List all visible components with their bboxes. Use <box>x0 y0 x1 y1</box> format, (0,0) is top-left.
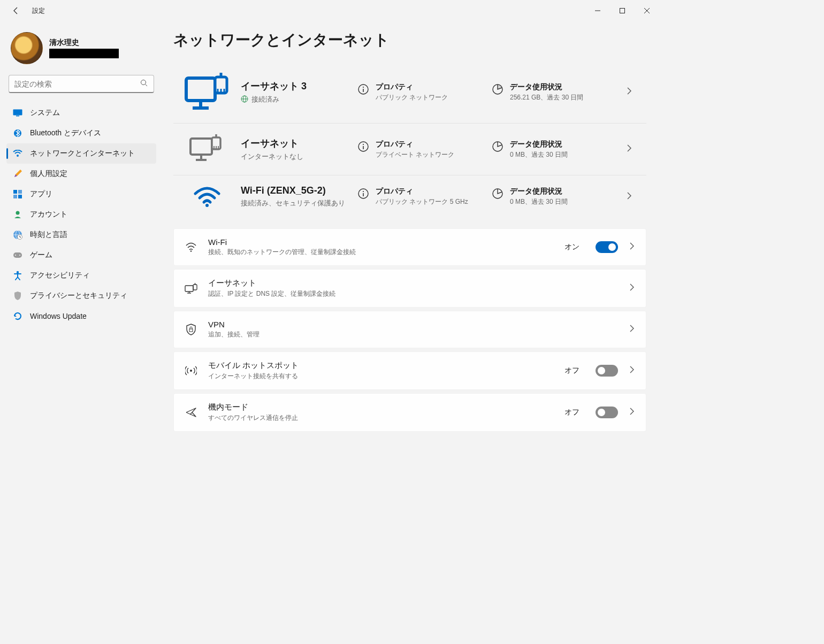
display-icon <box>13 108 22 118</box>
chevron-right-icon <box>629 407 635 418</box>
chevron-right-icon <box>629 283 635 294</box>
card-sub: 追加、接続、管理 <box>208 330 618 339</box>
info-icon <box>357 141 369 152</box>
search-box[interactable] <box>9 75 154 93</box>
globe-icon <box>241 95 248 104</box>
airplane-toggle[interactable] <box>596 407 618 418</box>
data-usage-link[interactable]: データ使用状況 256.21 GB、過去 30 日間 <box>492 82 622 102</box>
data-usage-link[interactable]: データ使用状況 0 MB、過去 30 日間 <box>492 187 622 206</box>
accessibility-icon <box>13 271 22 280</box>
main-content: ネットワークとインターネット イーサネット 3 <box>161 21 659 516</box>
wifi-toggle[interactable] <box>596 241 618 253</box>
data-usage-title: データ使用状況 <box>510 140 568 149</box>
sidebar-item-label: Windows Update <box>30 312 87 320</box>
shield-icon <box>13 291 22 301</box>
svg-rect-54 <box>185 286 193 292</box>
sidebar-item-gaming[interactable]: ゲーム <box>6 245 156 265</box>
svg-rect-59 <box>189 329 193 332</box>
card-sub: インターネット接続を共有する <box>208 372 554 381</box>
data-usage-sub: 0 MB、過去 30 日間 <box>510 150 568 159</box>
avatar <box>11 32 43 64</box>
data-usage-sub: 256.21 GB、過去 30 日間 <box>510 93 583 102</box>
card-ethernet[interactable]: イーサネット 認証、IP 設定と DNS 設定、従量制課金接続 <box>173 269 646 308</box>
network-status-ethernet3[interactable]: イーサネット 3 接続済み プロパティ パブリック ネットワーク データ使用状況… <box>173 61 646 124</box>
sidebar-item-apps[interactable]: アプリ <box>6 184 156 204</box>
profile[interactable]: 清水理史 <box>6 28 156 68</box>
maximize-button[interactable] <box>610 0 635 21</box>
airplane-icon <box>185 407 197 418</box>
properties-link[interactable]: プロパティ パブリック ネットワーク <box>357 82 487 102</box>
sidebar-item-windows-update[interactable]: Windows Update <box>6 306 156 326</box>
info-icon <box>357 83 369 95</box>
data-usage-link[interactable]: データ使用状況 0 MB、過去 30 日間 <box>492 140 622 159</box>
properties-title: プロパティ <box>376 82 448 92</box>
svg-point-60 <box>190 370 192 372</box>
sidebar-item-time-language[interactable]: 時刻と言語 <box>6 225 156 245</box>
properties-title: プロパティ <box>376 187 468 196</box>
svg-rect-36 <box>190 139 212 155</box>
hotspot-toggle[interactable] <box>596 365 618 377</box>
search-input[interactable] <box>14 80 140 88</box>
properties-link[interactable]: プロパティ プライベート ネットワーク <box>357 140 487 159</box>
pie-icon <box>492 83 503 95</box>
sidebar-item-label: アクセシビリティ <box>30 271 90 280</box>
sidebar-item-label: 個人用設定 <box>30 169 67 179</box>
sidebar-item-label: システム <box>30 108 60 118</box>
sidebar-item-personalization[interactable]: 個人用設定 <box>6 164 156 184</box>
titlebar: 設定 <box>0 0 659 21</box>
sidebar-item-accessibility[interactable]: アクセシビリティ <box>6 265 156 286</box>
network-status-ethernet[interactable]: イーサネット インターネットなし プロパティ プライベート ネットワーク データ… <box>173 124 646 175</box>
network-status: 接続済み、セキュリティ保護あり <box>241 198 353 208</box>
svg-line-3 <box>146 84 148 86</box>
network-status: インターネットなし <box>241 152 353 162</box>
sidebar-item-label: プライバシーとセキュリティ <box>30 291 127 301</box>
back-button[interactable] <box>11 5 21 16</box>
properties-sub: パブリック ネットワーク 5 GHz <box>376 197 468 206</box>
search-icon <box>140 79 148 89</box>
chevron-right-icon <box>629 365 635 376</box>
toggle-state-label: オフ <box>564 408 579 417</box>
wifi-connected-icon <box>178 186 236 208</box>
card-vpn[interactable]: VPN 追加、接続、管理 <box>173 311 646 348</box>
sidebar-item-label: ネットワークとインターネット <box>30 149 135 158</box>
card-airplane[interactable]: 機内モード すべてのワイヤレス通信を停止 オフ <box>173 393 646 432</box>
svg-rect-21 <box>186 78 215 101</box>
svg-point-12 <box>16 211 20 215</box>
svg-rect-11 <box>18 195 22 198</box>
card-title: イーサネット <box>208 278 618 288</box>
page-title: ネットワークとインターネット <box>173 30 646 50</box>
close-button[interactable] <box>635 0 659 21</box>
minimize-button[interactable] <box>585 0 610 21</box>
svg-rect-17 <box>13 252 22 258</box>
card-wifi[interactable]: Wi-Fi 接続、既知のネットワークの管理、従量制課金接続 オン <box>173 228 646 266</box>
chevron-right-icon <box>629 242 635 252</box>
properties-sub: パブリック ネットワーク <box>376 93 448 102</box>
sidebar-item-network[interactable]: ネットワークとインターネット <box>6 143 156 164</box>
sidebar-item-privacy[interactable]: プライバシーとセキュリティ <box>6 286 156 306</box>
svg-point-20 <box>17 271 19 273</box>
card-sub: すべてのワイヤレス通信を停止 <box>208 413 554 423</box>
chevron-right-icon <box>626 191 642 202</box>
properties-sub: プライベート ネットワーク <box>376 150 454 159</box>
window-title: 設定 <box>32 6 45 16</box>
sidebar-item-accounts[interactable]: アカウント <box>6 204 156 225</box>
sidebar-item-label: ゲーム <box>30 250 52 260</box>
svg-rect-1 <box>620 9 625 13</box>
svg-rect-5 <box>16 116 19 117</box>
sidebar-item-bluetooth[interactable]: Bluetooth とデバイス <box>6 123 156 143</box>
svg-rect-10 <box>13 195 17 198</box>
svg-point-48 <box>205 204 209 207</box>
sidebar-item-label: アカウント <box>30 210 67 219</box>
info-icon <box>357 188 369 200</box>
network-status: 接続済み <box>251 95 279 104</box>
properties-link[interactable]: プロパティ パブリック ネットワーク 5 GHz <box>357 187 487 206</box>
chevron-right-icon <box>626 144 642 155</box>
toggle-state-label: オフ <box>564 366 579 375</box>
card-sub: 認証、IP 設定と DNS 設定、従量制課金接続 <box>208 289 618 298</box>
gamepad-icon <box>13 250 22 260</box>
network-status-wifi[interactable]: Wi-Fi (ZENX_5G-2) 接続済み、セキュリティ保護あり プロパティ … <box>173 175 646 218</box>
card-hotspot[interactable]: モバイル ホットスポット インターネット接続を共有する オフ <box>173 351 646 390</box>
card-title: VPN <box>208 320 618 329</box>
sidebar-item-system[interactable]: システム <box>6 103 156 123</box>
network-title: イーサネット <box>241 137 353 150</box>
